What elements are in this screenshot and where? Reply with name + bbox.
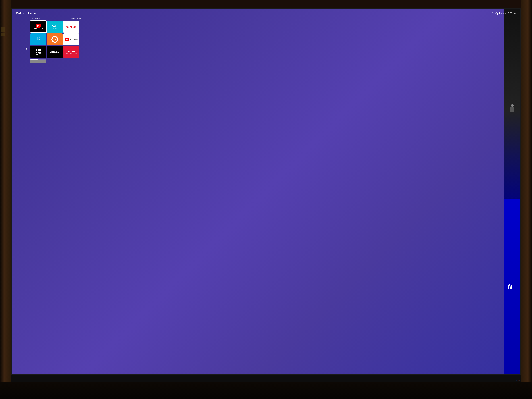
home-label: Home: [28, 12, 36, 15]
section-header: YouTube TV 1 of 51 Items: [30, 18, 81, 20]
app-section: YouTube TV 1 of 51 Items YouTube TV: [30, 18, 81, 60]
partial-tile-1: [30, 60, 46, 63]
yt-tv-label: YouTube TV: [34, 28, 43, 30]
livetv-cell-7: [36, 52, 37, 53]
redbox-logo: redbox. RENT • BUY • FREE: [65, 50, 77, 54]
viki-sub: Rakuten: [52, 28, 57, 29]
wood-panel-left: [0, 0, 11, 127]
youtube-logo: YouTube: [65, 38, 77, 41]
yt-small-play: [66, 39, 68, 40]
top-bar: Roku · Home * for Options • 3:33 pm: [12, 9, 169, 18]
livetv-cell-2: [38, 49, 39, 50]
selection-indicator: [30, 32, 46, 33]
tv-screen: Roku · Home * for Options • 3:33 pm ‹ Yo…: [12, 9, 169, 127]
section-title: YouTube TV: [30, 18, 41, 20]
app-tile-crunchyroll[interactable]: [47, 33, 63, 45]
yt-small-icon: [65, 38, 69, 41]
prime-smile-icon: ⌢: [37, 40, 40, 42]
cr-eye-left: [54, 39, 54, 39]
cr-inner-circle: [52, 37, 57, 42]
app-tile-netflix[interactable]: NETFLIX: [63, 21, 79, 33]
crunchyroll-logo-circle: [51, 36, 58, 43]
prime-text: primevideo: [37, 37, 40, 40]
livetv-cell-5: [38, 50, 39, 51]
yt-icon: [36, 24, 41, 27]
tv-frame: Roku · Home * for Options • 3:33 pm ‹ Yo…: [11, 8, 169, 127]
viki-text: Viki: [52, 25, 57, 28]
livetv-cell-4: [36, 50, 37, 51]
livetv-cell-8: [38, 52, 39, 53]
livetv-label: Live TV: [36, 53, 41, 55]
livetv-logo: Live TV: [36, 49, 41, 55]
left-nav-arrow[interactable]: ‹: [26, 47, 27, 51]
app-tile-youtube[interactable]: YouTube: [63, 33, 79, 45]
cr-eye-right: [55, 39, 56, 39]
livetv-cell-3: [39, 49, 41, 50]
yt-play-icon: [37, 25, 39, 27]
shelf-item-2: [1, 32, 5, 36]
roku-brand: Roku: [16, 12, 24, 15]
redbox-text: redbox.: [65, 50, 77, 53]
livetv-cell-9: [39, 52, 41, 53]
shelf-item-1: [1, 27, 5, 32]
section-count: 1 of 51 Items: [71, 18, 81, 20]
app-tile-viki[interactable]: Viki Rakuten: [47, 21, 63, 33]
prime-logo: primevideo ⌢: [37, 37, 40, 42]
redbox-tagline: RENT • BUY • FREE: [65, 53, 77, 54]
cr-eyes: [54, 39, 56, 39]
app-tile-redbox[interactable]: redbox. RENT • BUY • FREE: [63, 46, 79, 58]
app-grid: YouTube TV Viki Rakuten NETFLIX: [30, 21, 81, 58]
livetv-cell-1: [36, 49, 37, 50]
youtubetv-logo: YouTube TV: [34, 24, 43, 30]
livetv-grid-icon: [36, 49, 41, 53]
app-tile-livetv[interactable]: Live TV: [30, 46, 46, 58]
viki-logo: Viki Rakuten: [52, 25, 57, 29]
angel-logo-text: ANGEL: [50, 51, 59, 53]
app-tile-angel[interactable]: ANGEL: [47, 46, 63, 58]
app-tile-prime[interactable]: primevideo ⌢: [30, 33, 46, 45]
brand-separator: ·: [25, 12, 26, 15]
app-tile-youtubetv[interactable]: YouTube TV: [30, 21, 46, 33]
brand-title: Roku · Home: [16, 12, 36, 15]
shelf-items: [1, 27, 5, 37]
netflix-logo-text: NETFLIX: [66, 25, 77, 28]
livetv-cell-6: [39, 50, 41, 51]
youtube-label: YouTube: [70, 38, 77, 40]
